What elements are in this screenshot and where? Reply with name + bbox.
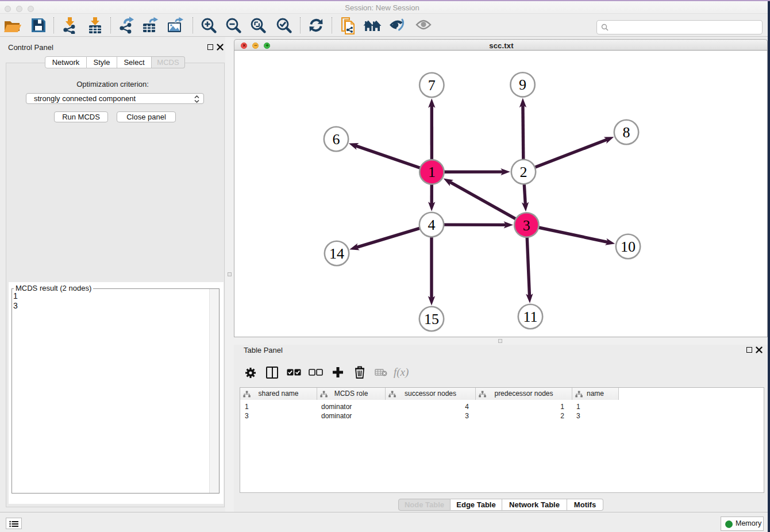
svg-text:14: 14 [329,245,344,262]
svg-text:4: 4 [428,217,436,233]
svg-text:3: 3 [523,217,530,234]
svg-text:2: 2 [520,164,528,180]
svg-text:8: 8 [623,124,630,141]
svg-text:6: 6 [333,131,340,148]
svg-text:9: 9 [519,76,526,93]
svg-text:10: 10 [621,238,636,255]
svg-text:7: 7 [428,77,436,94]
svg-text:1: 1 [428,164,436,180]
svg-text:15: 15 [424,311,439,327]
svg-text:11: 11 [523,309,537,325]
